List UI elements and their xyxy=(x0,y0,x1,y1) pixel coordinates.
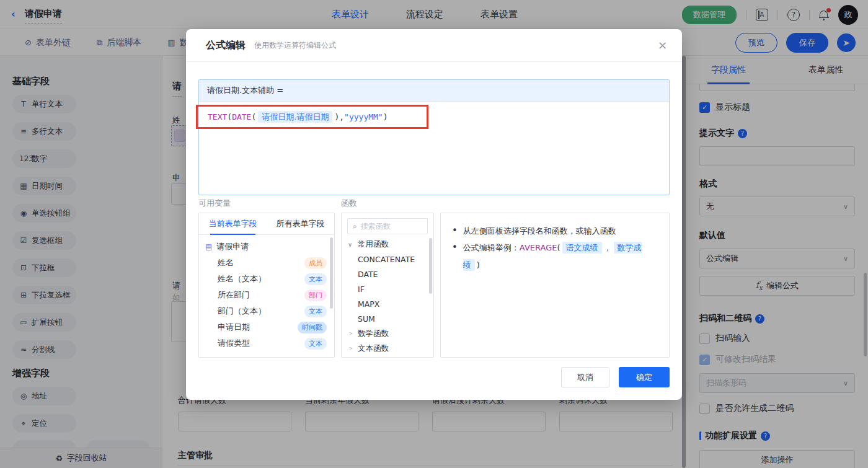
tab-all-form-fields[interactable]: 所有表单字段 xyxy=(267,213,334,234)
functions-scrollbar[interactable] xyxy=(429,238,432,294)
variables-panel: 当前表单字段 所有表单字段 ▤ 请假申请 姓名成员姓名（文本）文本所在部门部门部… xyxy=(198,213,335,358)
app: ‹ 请假申请 表单设计流程设定表单设置 数据管理 A ? 政 ⊘表单外链⧉后端脚… xyxy=(0,0,868,468)
variable-type-badge: 成员 xyxy=(304,257,327,269)
form-doc-icon: ▤ xyxy=(205,242,212,251)
formula-token: "yyyyMM" xyxy=(344,112,383,121)
formula-token: ) xyxy=(383,112,388,121)
function-group-文本函数[interactable]: ＞文本函数 xyxy=(342,341,433,356)
variable-row[interactable]: 请假类型文本 xyxy=(199,335,334,351)
formula-token: DATE xyxy=(232,112,251,121)
functions-list: ∨常用函数CONCATENATEDATEIFMAPXSUM＞数学函数＞文本函数 xyxy=(342,237,433,356)
function-item-SUM[interactable]: SUM xyxy=(342,311,433,326)
search-placeholder: 搜索函数 xyxy=(361,221,391,232)
formula-token: 公式编辑举例： xyxy=(463,243,520,252)
form-root-node[interactable]: ▤ 请假申请 xyxy=(199,239,334,255)
formula-token: ( xyxy=(227,112,232,121)
function-search-input[interactable]: ⌕ 搜索函数 xyxy=(347,218,428,234)
variable-row[interactable]: 姓名（文本）文本 xyxy=(199,271,334,287)
variables-scrollbar[interactable] xyxy=(330,237,333,309)
tip-line-1: • 从左侧面板选择字段名和函数，或输入函数 xyxy=(452,223,658,239)
variables-tabs: 当前表单字段 所有表单字段 xyxy=(199,213,334,235)
variable-name: 部门（文本） xyxy=(218,306,266,317)
field-chip[interactable]: 语文成绩 xyxy=(562,242,602,254)
function-item-MAPX[interactable]: MAPX xyxy=(342,296,433,311)
formula-token: TEXT xyxy=(208,112,227,121)
variable-type-badge: 文本 xyxy=(304,306,327,317)
formula-expression: TEXT(DATE(请假日期.请假日期),"yyyyMM") xyxy=(208,112,388,121)
function-group-label: 数学函数 xyxy=(358,329,389,339)
variable-type-badge: 部门 xyxy=(304,289,327,301)
function-item-CONCATENATE[interactable]: CONCATENATE xyxy=(342,252,433,267)
caret-right-icon: ＞ xyxy=(348,329,354,338)
variable-type-badge: 文本 xyxy=(304,273,327,285)
confirm-button[interactable]: 确定 xyxy=(619,367,670,387)
formula-edit-modal: 公式编辑 使用数学运算符编辑公式 ✕ 请假日期.文本辅助 = TEXT(DATE… xyxy=(186,29,682,400)
formula-token: ) xyxy=(477,260,480,270)
formula-token: ( xyxy=(557,243,560,252)
formula-target-line: 请假日期.文本辅助 = xyxy=(199,80,669,102)
variable-row[interactable]: 部门（文本）文本 xyxy=(199,303,334,319)
variable-name: 姓名 xyxy=(218,257,234,268)
functions-section-label: 函数 xyxy=(341,198,357,209)
tips-panel: • 从左侧面板选择字段名和函数，或输入函数 • 公式编辑举例：AVERAGE(语… xyxy=(440,213,670,358)
function-item-DATE[interactable]: DATE xyxy=(342,267,433,281)
function-item-IF[interactable]: IF xyxy=(342,281,433,296)
formula-token: ， xyxy=(604,243,612,252)
tip-line-2: • 公式编辑举例：AVERAGE(语文成绩，数学成绩) xyxy=(452,239,658,273)
function-group-label: 常用函数 xyxy=(358,239,389,250)
functions-panel: ⌕ 搜索函数 ∨常用函数CONCATENATEDATEIFMAPXSUM＞数学函… xyxy=(341,213,434,358)
caret-down-icon: ∨ xyxy=(348,241,354,248)
formula-token: ), xyxy=(334,112,344,121)
tab-current-form-fields[interactable]: 当前表单字段 xyxy=(199,213,267,234)
function-group-label: 文本函数 xyxy=(358,343,389,354)
variable-name: 申请日期 xyxy=(218,322,250,333)
function-group-数学函数[interactable]: ＞数学函数 xyxy=(342,326,433,341)
variables-list: ▤ 请假申请 姓名成员姓名（文本）文本所在部门部门部门（文本）文本申请日期时间戳… xyxy=(199,235,334,355)
modal-title: 公式编辑 xyxy=(206,39,246,52)
variable-row[interactable]: 姓名成员 xyxy=(199,255,334,271)
modal-header: 公式编辑 使用数学运算符编辑公式 ✕ xyxy=(186,29,682,62)
vars-section-label: 可用变量 xyxy=(198,198,231,209)
variable-type-badge: 时间戳 xyxy=(298,322,327,333)
variable-row[interactable]: 申请日期时间戳 xyxy=(199,319,334,335)
variable-row[interactable]: 所在部门部门 xyxy=(199,287,334,303)
variable-name: 所在部门 xyxy=(218,289,250,301)
modal-footer: 取消 确定 xyxy=(561,367,670,387)
cancel-button[interactable]: 取消 xyxy=(561,367,609,387)
formula-token: AVERAGE xyxy=(520,243,557,252)
field-chip[interactable]: 请假日期.请假日期 xyxy=(258,111,332,123)
formula-token: ( xyxy=(251,112,256,121)
caret-right-icon: ＞ xyxy=(348,344,354,353)
variable-name: 姓名（文本） xyxy=(218,273,266,285)
modal-subtitle: 使用数学运算符编辑公式 xyxy=(254,40,336,51)
bullet-icon: • xyxy=(452,243,458,252)
close-icon[interactable]: ✕ xyxy=(658,39,667,52)
function-group-常用函数[interactable]: ∨常用函数 xyxy=(342,237,433,252)
search-icon: ⌕ xyxy=(353,222,357,231)
formula-input-area[interactable]: TEXT(DATE(请假日期.请假日期),"yyyyMM") xyxy=(199,102,669,133)
variable-type-badge: 文本 xyxy=(304,338,327,350)
variable-name: 请假类型 xyxy=(218,338,250,349)
bullet-icon: • xyxy=(452,226,458,236)
formula-editor: 请假日期.文本辅助 = TEXT(DATE(请假日期.请假日期),"yyyyMM… xyxy=(198,79,670,195)
